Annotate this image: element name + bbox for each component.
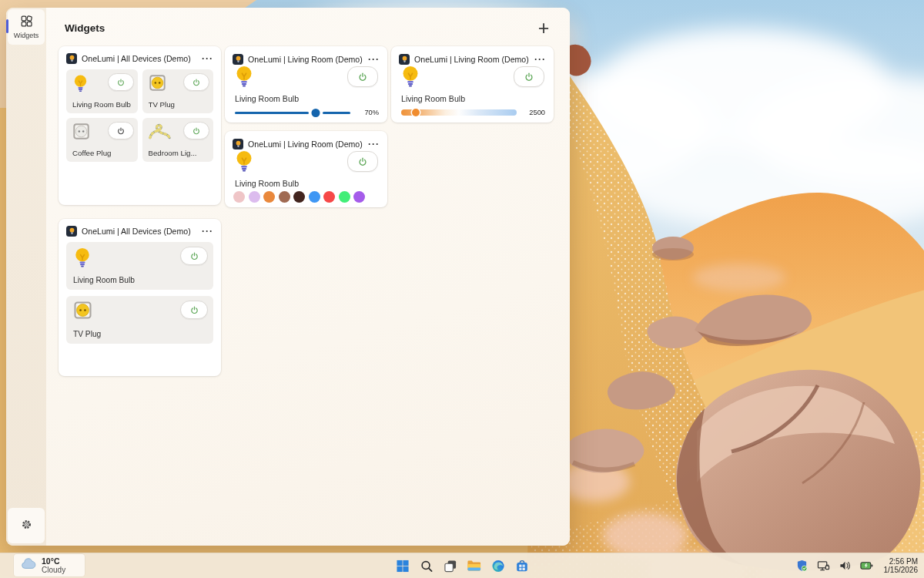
start-button[interactable] bbox=[393, 556, 413, 576]
device-tile-bedroom-light[interactable]: Bedroom Lig... bbox=[142, 118, 214, 162]
card-title: OneLumi | Living Room (Demo) bbox=[248, 139, 363, 149]
device-tile-living-room-bulb[interactable]: Living Room Bulb bbox=[66, 69, 138, 113]
color-swatch[interactable] bbox=[323, 191, 335, 203]
slider-rest bbox=[323, 112, 350, 114]
bulb-icon bbox=[400, 65, 420, 92]
power-button[interactable] bbox=[183, 73, 209, 91]
widgets-board: Widgets + OneLumi | All Devices (Demo) ·… bbox=[46, 8, 570, 546]
widget-card-all-devices: OneLumi | All Devices (Demo) ··· Living … bbox=[59, 46, 221, 205]
more-options-icon[interactable]: ··· bbox=[534, 55, 546, 63]
microsoft-store-icon[interactable] bbox=[512, 556, 532, 576]
more-options-icon[interactable]: ··· bbox=[202, 55, 213, 62]
power-button[interactable] bbox=[108, 73, 134, 91]
system-tray: 2:56 PM 1/15/2026 bbox=[795, 553, 919, 578]
more-options-icon[interactable]: ··· bbox=[368, 55, 380, 63]
power-button[interactable] bbox=[347, 66, 378, 87]
power-button[interactable] bbox=[108, 122, 134, 139]
string-light-icon bbox=[149, 123, 171, 144]
device-name: Living Room Bulb bbox=[73, 276, 135, 284]
slider-fill bbox=[235, 112, 309, 114]
onelumi-app-icon bbox=[66, 53, 77, 64]
color-swatch-row bbox=[233, 191, 365, 203]
file-explorer-icon[interactable] bbox=[464, 556, 484, 576]
device-grid: Living Room Bulb TV Plug bbox=[66, 69, 213, 162]
slider-thumb[interactable] bbox=[412, 109, 420, 116]
widgets-settings-button[interactable] bbox=[8, 508, 45, 543]
brightness-value: 70% bbox=[364, 109, 379, 116]
cloud-icon bbox=[21, 558, 36, 573]
color-swatch[interactable] bbox=[263, 191, 275, 203]
power-button[interactable] bbox=[347, 151, 378, 172]
card-title: OneLumi | All Devices (Demo) bbox=[82, 227, 197, 236]
security-shield-icon[interactable] bbox=[795, 556, 810, 576]
weather-temp: 10°C bbox=[42, 556, 65, 566]
color-swatch[interactable] bbox=[249, 191, 260, 203]
widget-card-color-temperature: OneLumi | Living Room (Demo) ··· Living … bbox=[391, 46, 554, 123]
device-tile-tv-plug[interactable]: TV Plug bbox=[142, 69, 214, 113]
widget-card-color-picker: OneLumi | Living Room (Demo) ··· Living … bbox=[225, 131, 387, 207]
widgets-panel: Widgets Widgets + OneLumi | All Devices … bbox=[6, 8, 570, 546]
card-title: OneLumi | All Devices (Demo) bbox=[82, 54, 197, 63]
weather-condition: Cloudy bbox=[42, 566, 65, 575]
sidebar-item-label: Widgets bbox=[14, 32, 39, 39]
onelumi-app-icon bbox=[233, 139, 243, 150]
power-button[interactable] bbox=[180, 301, 208, 319]
clock-time: 2:56 PM bbox=[884, 557, 919, 566]
bulb-icon bbox=[73, 247, 92, 272]
color-swatch[interactable] bbox=[293, 191, 305, 203]
search-icon[interactable] bbox=[417, 556, 437, 576]
taskbar: 10°C Cloudy bbox=[0, 553, 924, 578]
gear-icon bbox=[21, 519, 32, 533]
device-tile-tv-plug[interactable]: TV Plug bbox=[66, 296, 213, 344]
power-button[interactable] bbox=[514, 66, 544, 87]
sidebar-selection-indicator bbox=[6, 19, 8, 33]
color-swatch[interactable] bbox=[279, 191, 290, 203]
device-name: TV Plug bbox=[149, 100, 210, 109]
widget-card-brightness: OneLumi | Living Room (Demo) ··· Living … bbox=[225, 46, 387, 123]
more-options-icon[interactable]: ··· bbox=[202, 227, 213, 235]
socket-icon bbox=[149, 74, 166, 95]
slider-thumb[interactable] bbox=[312, 109, 320, 117]
clock-date: 1/15/2026 bbox=[884, 566, 919, 575]
color-swatch[interactable] bbox=[233, 191, 245, 203]
device-name: Coffee Plug bbox=[72, 149, 134, 157]
battery-icon[interactable] bbox=[859, 556, 875, 576]
brightness-slider[interactable] bbox=[235, 108, 350, 117]
card-title: OneLumi | Living Room (Demo) bbox=[414, 55, 530, 64]
bulb-icon bbox=[72, 74, 89, 96]
socket-icon-off bbox=[72, 123, 90, 143]
onelumi-app-icon bbox=[66, 226, 77, 237]
volume-icon[interactable] bbox=[838, 556, 853, 576]
color-swatch[interactable] bbox=[353, 191, 365, 203]
onelumi-app-icon bbox=[233, 54, 243, 65]
widgets-board-icon bbox=[20, 15, 33, 31]
network-icon[interactable] bbox=[816, 556, 832, 576]
device-name: Living Room Bulb bbox=[235, 94, 299, 103]
taskbar-clock[interactable]: 2:56 PM 1/15/2026 bbox=[884, 557, 919, 575]
color-temperature-slider[interactable] bbox=[401, 108, 517, 117]
add-widget-button[interactable]: + bbox=[533, 17, 554, 39]
widgets-sidebar: Widgets bbox=[6, 8, 46, 546]
device-name: Living Room Bulb bbox=[235, 179, 299, 188]
edge-browser-icon[interactable] bbox=[488, 556, 508, 576]
power-button[interactable] bbox=[180, 247, 208, 265]
bulb-icon bbox=[234, 150, 254, 176]
taskbar-weather-widget[interactable]: 10°C Cloudy bbox=[14, 554, 85, 576]
taskbar-center bbox=[393, 553, 532, 578]
device-name: Bedroom Lig... bbox=[149, 149, 210, 157]
socket-icon bbox=[73, 301, 92, 323]
device-name: Living Room Bulb bbox=[72, 100, 134, 109]
color-swatch[interactable] bbox=[339, 191, 350, 203]
color-swatch[interactable] bbox=[309, 191, 320, 203]
temperature-value: 2500 bbox=[529, 109, 545, 116]
widget-card-all-devices-list: OneLumi | All Devices (Demo) ··· Living … bbox=[59, 219, 221, 376]
board-title: Widgets bbox=[65, 22, 105, 34]
device-tile-coffee-plug[interactable]: Coffee Plug bbox=[66, 118, 138, 162]
card-title: OneLumi | Living Room (Demo) bbox=[248, 55, 363, 64]
more-options-icon[interactable]: ··· bbox=[368, 140, 380, 148]
bulb-icon bbox=[234, 65, 254, 92]
device-tile-living-room-bulb[interactable]: Living Room Bulb bbox=[66, 242, 213, 290]
power-button[interactable] bbox=[183, 122, 209, 139]
task-view-icon[interactable] bbox=[440, 556, 460, 576]
sidebar-item-widgets[interactable]: Widgets bbox=[8, 9, 45, 45]
